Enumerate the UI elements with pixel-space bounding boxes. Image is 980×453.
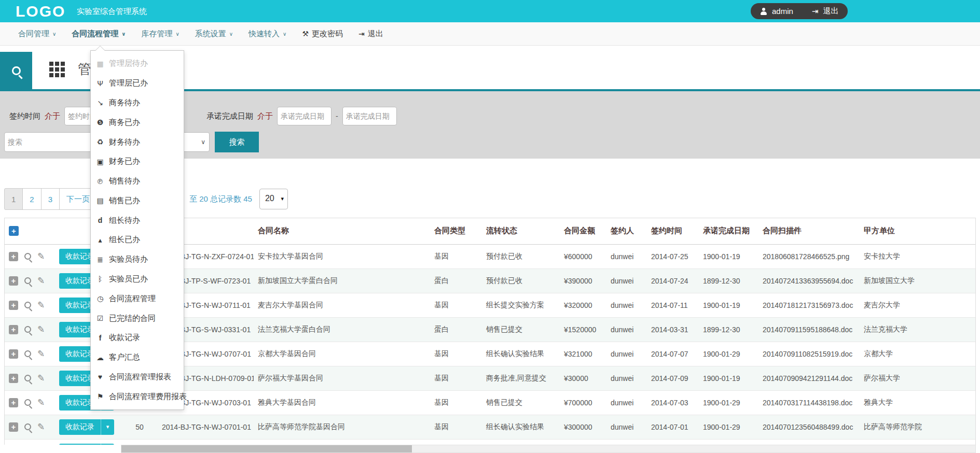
page-button-3[interactable]: 3 (41, 188, 60, 210)
html5-shield-icon: ❺ (95, 118, 105, 126)
cell-sign-date: 2014-07-01 (647, 415, 699, 439)
edit-row-button[interactable]: ✎ (37, 275, 45, 286)
edit-row-button[interactable]: ✎ (37, 397, 45, 408)
view-row-button[interactable] (24, 423, 31, 430)
cell-id: 50 (121, 415, 158, 439)
menu-item-7[interactable]: ℗销售待办 (91, 172, 184, 191)
view-row-button[interactable] (24, 277, 31, 284)
column-header-5: 合同名称 (254, 218, 430, 244)
expand-row-button[interactable]: + (9, 422, 18, 432)
menu-item-10[interactable]: ▴组长已办 (91, 230, 184, 250)
expand-row-button[interactable]: + (9, 325, 18, 334)
page-size-select[interactable]: 20 ▾ (259, 189, 288, 209)
cell-scan: 2014070911595188648.doc (758, 317, 860, 342)
cell-scan (758, 439, 860, 445)
logout-icon: ⇥ (358, 30, 365, 38)
expand-row-button[interactable]: + (9, 349, 18, 359)
horizontal-scrollbar[interactable] (121, 445, 976, 453)
menu-item-5[interactable]: ♻财务待办 (91, 132, 184, 152)
add-contract-button[interactable]: + (9, 226, 19, 236)
cell-type: 基因 (430, 293, 482, 317)
receipt-caret-button[interactable]: ▾ (101, 419, 114, 435)
view-row-button[interactable] (24, 326, 31, 333)
money-bill-icon: ▣ (95, 158, 105, 166)
edit-row-button[interactable]: ✎ (37, 373, 45, 384)
nav-item-5[interactable]: 快速转入∨ (249, 29, 286, 39)
nav-item-label: 快速转入 (249, 29, 280, 39)
cell-name (254, 439, 430, 445)
menu-item-18[interactable]: ⚑合同流程管理费用报表 (91, 387, 184, 406)
cell-status: 销售已提交 (482, 317, 560, 342)
facebook-icon: f (95, 334, 105, 342)
view-row-button[interactable] (24, 350, 31, 357)
nav-item-2[interactable]: 合同流程管理∨ (72, 29, 126, 39)
menu-item-3[interactable]: ↘商务待办 (91, 93, 184, 113)
receipt-records-button[interactable]: 收款记录▾ (59, 419, 114, 435)
page-button-2[interactable]: 2 (22, 188, 41, 210)
view-row-button[interactable] (24, 375, 31, 381)
row-actions-cell: +✎ (5, 244, 55, 268)
edit-row-button[interactable]: ✎ (37, 251, 45, 262)
row-actions-cell: +✎ (5, 439, 55, 445)
menu-item-9[interactable]: d组长待办 (91, 210, 184, 230)
cell-scan: 2014070123560488499.doc (758, 415, 860, 439)
view-row-button[interactable] (24, 399, 31, 406)
task-bars-icon: ≣ (95, 256, 105, 264)
nav-item-3[interactable]: 库存管理∨ (141, 29, 179, 39)
view-row-button[interactable] (24, 302, 31, 308)
view-row-button[interactable] (24, 253, 31, 260)
cell-type: 基因 (430, 390, 482, 415)
nav-item-7[interactable]: ⇥退出 (358, 29, 383, 39)
expand-row-button[interactable]: + (9, 252, 18, 261)
menu-item-4[interactable]: ❺商务已办 (91, 112, 184, 132)
menu-item-17[interactable]: ♥合同流程管理报表 (91, 367, 184, 387)
caret-down-icon: ▾ (281, 195, 284, 202)
nav-item-6[interactable]: ⚒更改密码 (302, 29, 343, 39)
nav-item-4[interactable]: 系统设置∨ (195, 29, 233, 39)
menu-item-6[interactable]: ▣财务已办 (91, 152, 184, 172)
cell-type: 基因 (430, 415, 482, 439)
promise-date-to-input[interactable] (342, 107, 397, 125)
expand-row-button[interactable]: + (9, 301, 18, 310)
expand-row-button[interactable]: + (9, 276, 18, 286)
topbar-user[interactable]: admin (772, 7, 793, 16)
cell-sign-date: 2014-07-24 (647, 268, 699, 293)
edit-row-button[interactable]: ✎ (37, 300, 45, 310)
search-toggle-button[interactable] (0, 52, 32, 89)
menu-item-16[interactable]: ☁客户汇总 (91, 348, 184, 367)
menu-item-14[interactable]: ☑已完结的合同 (91, 308, 184, 328)
edit-row-button[interactable]: ✎ (37, 348, 45, 359)
nav-item-1[interactable]: 合同管理∨ (18, 29, 56, 39)
scrollbar-thumb[interactable] (121, 445, 412, 452)
menu-item-label: 实验员待办 (109, 254, 148, 264)
menu-item-2[interactable]: Ψ管理层已办 (91, 74, 184, 93)
cell-scan: 2014070909421291144.doc (758, 366, 860, 390)
receipt-records-button[interactable]: 收款记录▾ (59, 444, 114, 445)
menu-item-8[interactable]: ▤销售已办 (91, 191, 184, 210)
topbar-logout[interactable]: 退出 (823, 6, 838, 16)
promise-date-label: 承诺完成日期 (206, 111, 253, 121)
search-button[interactable]: 搜索 (215, 132, 259, 152)
page-button-1[interactable]: 1 (4, 188, 23, 210)
edit-row-button[interactable]: ✎ (37, 421, 45, 432)
receipt-caret-button[interactable]: ▾ (101, 444, 114, 445)
logo: LOGO (16, 3, 65, 20)
expand-row-button[interactable]: + (9, 374, 18, 383)
menu-item-1[interactable]: ▦管理层待办 (91, 54, 184, 74)
menu-item-15[interactable]: f收款记录 (91, 328, 184, 348)
menu-item-13[interactable]: ◷合同流程管理 (91, 289, 184, 308)
cell-promise-date: 1900-01-19 (699, 366, 758, 390)
menu-item-12[interactable]: ᛒ实验员已办 (91, 270, 184, 289)
cell-signer (606, 439, 647, 445)
key-icon: ⚒ (302, 30, 309, 38)
row-actions: +✎ (9, 300, 51, 310)
between-label-2: 介于 (257, 111, 273, 121)
edit-row-button[interactable]: ✎ (37, 324, 45, 335)
cell-signer: dunwei (606, 390, 647, 415)
menu-item-11[interactable]: ≣实验员待办 (91, 250, 184, 270)
cell-status: 预付款已收 (482, 268, 560, 293)
expand-row-button[interactable]: + (9, 398, 18, 407)
cell-promise-date: 1900-01-29 (699, 415, 758, 439)
promise-date-from-input[interactable] (277, 107, 332, 125)
chevron-down-icon: ∨ (229, 31, 233, 37)
